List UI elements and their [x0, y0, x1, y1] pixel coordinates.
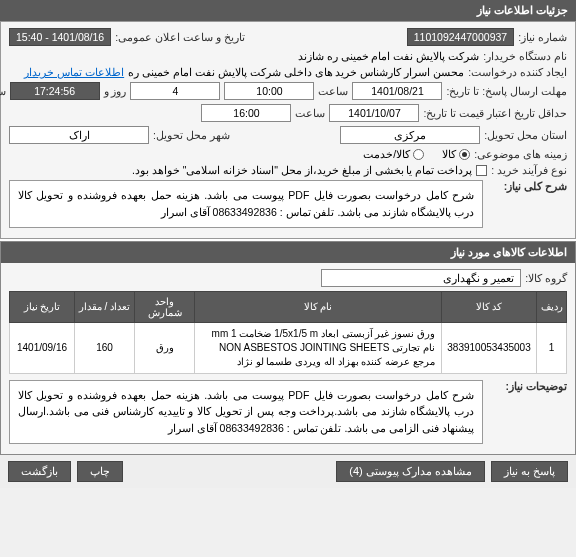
- reply-button[interactable]: پاسخ به نیاز: [491, 461, 568, 482]
- deadline-hour: 10:00: [224, 82, 314, 100]
- radio-goods-service-label: کالا/خدمت: [363, 148, 410, 160]
- th-qty: تعداد / مقدار: [75, 291, 135, 322]
- desc-text: شرح کامل درخواست بصورت فایل PDF پیوست می…: [9, 180, 483, 228]
- details-panel: شماره نیاز: 1101092447000937 تاریخ و ساع…: [0, 21, 576, 239]
- pay-text: پرداخت تمام یا بخشی از مبلغ خرید،از محل …: [132, 164, 472, 176]
- radio-goods[interactable]: [459, 149, 470, 160]
- th-idx: ردیف: [537, 291, 567, 322]
- attachments-button[interactable]: مشاهده مدارک پیوستی (4): [336, 461, 485, 482]
- expiry-hour: 16:00: [201, 104, 291, 122]
- time-left: 17:24:56: [10, 82, 100, 100]
- need-number-label: شماره نیاز:: [518, 31, 567, 43]
- announce-date-label: تاریخ و ساعت اعلان عمومی:: [115, 31, 245, 43]
- buy-type-label: نوع فرآیند خرید :: [491, 164, 567, 176]
- contact-info-link[interactable]: اطلاعات تماس خریدار: [24, 66, 124, 78]
- pay-checkbox[interactable]: [476, 165, 487, 176]
- hour-label-2: ساعت: [295, 107, 325, 119]
- deadline-date: 1401/08/21: [352, 82, 442, 100]
- expiry-label: حداقل تاریخ اعتبار قیمت تا تاریخ:: [423, 107, 567, 119]
- cell-unit: ورق: [135, 322, 195, 373]
- requester-value: محسن اسرار کارشناس خرید های داخلی شرکت پ…: [128, 66, 464, 78]
- th-code: کد کالا: [442, 291, 537, 322]
- page-title: جزئیات اطلاعات نیاز: [0, 0, 576, 21]
- cell-idx: 1: [537, 322, 567, 373]
- need-number-value: 1101092447000937: [407, 28, 514, 46]
- expiry-date: 1401/10/07: [329, 104, 419, 122]
- notes-label: توضیحات نیاز:: [487, 380, 567, 392]
- remaining-label: ساعت باقی مانده: [0, 85, 6, 97]
- requester-label: ایجاد کننده درخواست:: [468, 66, 567, 78]
- goods-group-label: گروه کالا:: [525, 272, 567, 284]
- table-row: 1 383910053435003 ورق نسوز غیر آزبستی اب…: [10, 322, 567, 373]
- city-label: شهر محل تحویل:: [153, 129, 230, 141]
- cell-date: 1401/09/16: [10, 322, 75, 373]
- cell-qty: 160: [75, 322, 135, 373]
- city-value: اراک: [9, 126, 149, 144]
- buyer-org-label: نام دستگاه خریدار:: [483, 50, 567, 62]
- print-button[interactable]: چاپ: [77, 461, 123, 482]
- th-date: تاریخ نیاز: [10, 291, 75, 322]
- subject-label: زمینه های موضوعی:: [474, 148, 567, 160]
- notes-text: شرح کامل درخواست بصورت فایل PDF پیوست می…: [9, 380, 483, 444]
- days-left: 4: [130, 82, 220, 100]
- th-unit: واحد شمارش: [135, 291, 195, 322]
- province-value: مرکزی: [340, 126, 480, 144]
- cell-name: ورق نسوز غیر آزبستی ابعاد 1/5x1/5 m ضخام…: [195, 322, 442, 373]
- cell-code: 383910053435003: [442, 322, 537, 373]
- buyer-org-value: شرکت پالایش نفت امام خمینی ره شازند: [298, 50, 480, 62]
- announce-date-value: 1401/08/16 - 15:40: [9, 28, 111, 46]
- province-label: استان محل تحویل:: [484, 129, 567, 141]
- deadline-label: مهلت ارسال پاسخ: تا تاریخ:: [446, 85, 567, 97]
- radio-goods-service[interactable]: [413, 149, 424, 160]
- return-button[interactable]: بازگشت: [8, 461, 71, 482]
- goods-table: ردیف کد کالا نام کالا واحد شمارش تعداد /…: [9, 291, 567, 374]
- goods-section-title: اطلاعات کالاهای مورد نیاز: [1, 242, 575, 263]
- th-name: نام کالا: [195, 291, 442, 322]
- days-left-label: روز و: [104, 85, 127, 97]
- button-bar: پاسخ به نیاز مشاهده مدارک پیوستی (4) چاپ…: [0, 455, 576, 488]
- desc-label: شرح کلی نیاز:: [487, 180, 567, 192]
- goods-group-value: تعمیر و نگهداری: [321, 269, 521, 287]
- radio-goods-label: کالا: [442, 148, 456, 160]
- hour-label-1: ساعت: [318, 85, 348, 97]
